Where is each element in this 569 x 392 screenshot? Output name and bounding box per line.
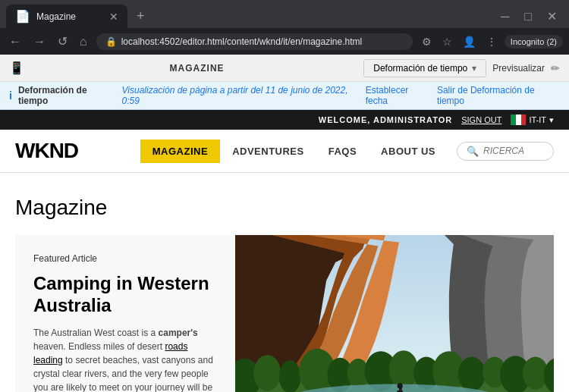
welcome-text: WELCOME, ADMINISTRATOR	[319, 115, 452, 124]
website-content: WELCOME, ADMINISTRATOR SIGN OUT IT-IT ▾ …	[0, 110, 569, 392]
search-input[interactable]	[483, 146, 544, 156]
establecer-fecha-link[interactable]: Establecer fecha	[366, 85, 431, 106]
tab-title: Magazine	[36, 11, 76, 22]
featured-card: Featured Article Camping in Western Aust…	[15, 235, 554, 392]
featured-image	[235, 235, 554, 392]
info-text: Visualización de página a partir del 11 …	[122, 85, 360, 106]
nav-links: MAGAZINE ADVENTURES FAQS ABOUT US	[140, 140, 448, 163]
cms-toolbar: 📱 MAGAZINE Deformación de tiempo ▾ Previ…	[0, 55, 569, 82]
menu-icon[interactable]: ⋮	[483, 34, 500, 49]
info-icon: i	[9, 89, 12, 102]
svg-point-12	[279, 360, 301, 392]
maximize-button[interactable]: □	[518, 8, 538, 25]
svg-point-28	[398, 383, 403, 388]
cms-info-bar: i Deformación de tiempo Visualización de…	[0, 82, 569, 110]
edit-icon[interactable]: ✏	[551, 62, 560, 74]
page-title: Magazine	[15, 196, 554, 220]
new-tab-button[interactable]: +	[130, 5, 151, 27]
url-bar[interactable]: 🔒 localhost:4502/editor.html/content/wkn…	[96, 33, 413, 50]
deformation-label: Deformación de tiempo	[18, 85, 116, 106]
close-button[interactable]: ✕	[541, 8, 563, 25]
search-icon: 🔍	[467, 146, 479, 157]
nav-adventures[interactable]: ADVENTURES	[220, 140, 316, 163]
featured-title: Camping in Western Australia	[33, 273, 217, 317]
home-button[interactable]: ⌂	[77, 33, 90, 50]
deformation-label: Deformación de tiempo	[373, 63, 467, 74]
italian-flag	[511, 114, 526, 125]
cms-toolbar-title: MAGAZINE	[30, 63, 363, 74]
nav-magazine[interactable]: MAGAZINE	[140, 140, 220, 163]
featured-label: Featured Article	[33, 253, 217, 264]
svg-point-11	[253, 355, 281, 391]
incognito-button[interactable]: Incognito (2)	[505, 35, 563, 49]
window-controls: ─ □ ✕	[495, 8, 563, 25]
dropdown-icon: ▾	[472, 63, 476, 74]
main-content: Magazine Featured Article Camping in Wes…	[0, 173, 569, 392]
forward-button[interactable]: →	[30, 33, 49, 50]
tab-bar: 📄 Magazine ✕ + ─ □ ✕	[0, 0, 569, 28]
preview-button[interactable]: Previsualizar	[492, 63, 545, 74]
tab-close-button[interactable]: ✕	[109, 11, 118, 23]
browser-chrome: 📄 Magazine ✕ + ─ □ ✕ ← → ↺ ⌂ 🔒 localhost…	[0, 0, 569, 55]
reload-button[interactable]: ↺	[55, 33, 71, 50]
salir-deformacion-link[interactable]: Salir de Deformación de tiempo	[437, 85, 560, 106]
minimize-button[interactable]: ─	[495, 8, 515, 25]
url-text: localhost:4502/editor.html/content/wknd/…	[121, 36, 404, 47]
active-tab[interactable]: 📄 Magazine ✕	[6, 5, 127, 28]
site-navigation: WKND MAGAZINE ADVENTURES FAQS ABOUT US 🔍	[0, 130, 569, 173]
search-box[interactable]: 🔍	[457, 142, 554, 161]
site-header-top: WELCOME, ADMINISTRATOR SIGN OUT IT-IT ▾	[0, 110, 569, 130]
language-dropdown-icon: ▾	[549, 115, 554, 125]
cms-toolbar-icon: 📱	[9, 61, 24, 75]
sign-out-button[interactable]: SIGN OUT	[461, 115, 501, 124]
canyon-image	[235, 235, 554, 392]
address-bar: ← → ↺ ⌂ 🔒 localhost:4502/editor.html/con…	[0, 28, 569, 55]
deformation-tiempo-button[interactable]: Deformación de tiempo ▾	[363, 59, 486, 77]
svg-point-17	[389, 350, 418, 388]
tab-favicon: 📄	[15, 9, 30, 24]
site-logo[interactable]: WKND	[15, 139, 78, 163]
svg-point-20	[458, 357, 486, 392]
back-button[interactable]: ←	[6, 33, 24, 50]
bookmark-icon[interactable]: ☆	[439, 34, 455, 49]
lock-icon: 🔒	[105, 36, 117, 47]
nav-about-us[interactable]: ABOUT US	[369, 140, 448, 163]
featured-description: The Australian West coast is a camper's …	[33, 326, 217, 392]
profile-icon[interactable]: 👤	[460, 34, 479, 49]
language-selector[interactable]: IT-IT ▾	[511, 114, 554, 125]
language-label: IT-IT	[529, 115, 546, 124]
browser-actions: ⚙ ☆ 👤 ⋮ Incognito (2)	[419, 34, 563, 49]
nav-faqs[interactable]: FAQS	[316, 140, 369, 163]
extensions-icon[interactable]: ⚙	[419, 34, 435, 49]
featured-text: Featured Article Camping in Western Aust…	[15, 235, 235, 392]
